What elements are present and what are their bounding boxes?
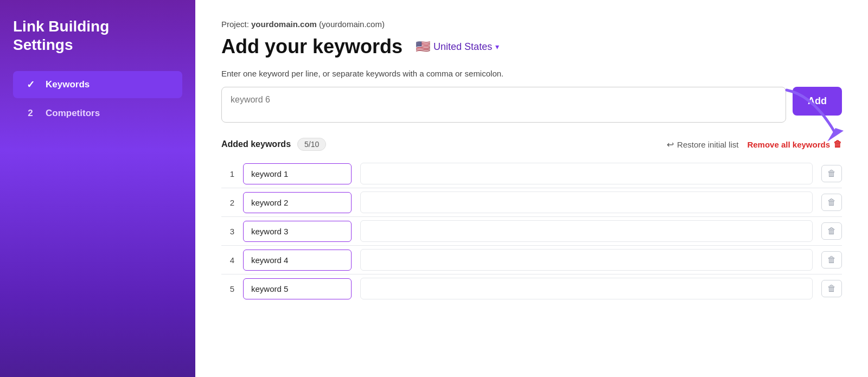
chevron-down-icon: ▾ [495,42,499,51]
restore-initial-list-button[interactable]: ↩ Restore initial list [667,139,738,150]
keyword-input-field-4[interactable] [243,250,352,271]
main-content: Project: yourdomain.com (yourdomain.com)… [195,0,868,377]
delete-keyword-button-5[interactable]: 🗑 [821,280,842,297]
keyword-input-field-1[interactable] [243,163,352,184]
country-selector-button[interactable]: 🇺🇸 United States ▾ [411,37,503,56]
restore-label: Restore initial list [677,140,738,149]
row-number: 2 [221,198,234,207]
keyword-spacer [360,278,813,299]
instruction-text: Enter one keyword per line, or separate … [221,69,842,78]
keyword-input-field-2[interactable] [243,192,352,213]
country-flag: 🇺🇸 [416,40,430,54]
keyword-row: 4 🗑 [221,246,842,274]
competitors-number: 2 [24,108,37,119]
keyword-spacer [360,220,813,242]
project-suffix: (yourdomain.com) [317,20,385,29]
remove-all-keywords-button[interactable]: Remove all keywords 🗑 [747,139,842,149]
add-button[interactable]: Add [793,87,842,116]
project-prefix: Project: [221,20,251,29]
keyword-input-field-5[interactable] [243,278,352,299]
page-title: Add your keywords [221,35,403,58]
row-number: 3 [221,227,234,236]
delete-keyword-button-2[interactable]: 🗑 [821,194,842,211]
keyword-row: 1 🗑 [221,159,842,188]
keyword-row: 3 🗑 [221,217,842,246]
trash-icon: 🗑 [833,139,842,149]
sidebar-nav: ✓ Keywords 2 Competitors [13,71,182,126]
keyword-textarea[interactable] [221,87,786,123]
sidebar-title: Link BuildingSettings [13,17,182,54]
keyword-spacer [360,191,813,213]
page-header: Add your keywords 🇺🇸 United States ▾ [221,35,842,58]
added-keywords-header: Added keywords 5/10 ↩ Restore initial li… [221,138,842,151]
check-icon: ✓ [24,79,37,91]
sidebar-keywords-label: Keywords [46,79,90,90]
added-keywords-label: Added keywords [221,139,291,149]
keyword-row: 5 🗑 [221,274,842,303]
sidebar: Link BuildingSettings ✓ Keywords 2 Compe… [0,0,195,377]
keyword-input-field-3[interactable] [243,221,352,242]
restore-icon: ↩ [667,139,674,150]
project-name: yourdomain.com [251,20,317,29]
keyword-list: 1 🗑 2 🗑 3 🗑 4 🗑 5 🗑 [221,159,842,303]
delete-keyword-button-1[interactable]: 🗑 [821,165,842,182]
keyword-input-row: Add [221,87,842,123]
project-line: Project: yourdomain.com (yourdomain.com) [221,20,842,29]
row-number: 1 [221,169,234,178]
row-number: 4 [221,255,234,265]
sidebar-competitors-label: Competitors [46,108,100,119]
sidebar-item-keywords[interactable]: ✓ Keywords [13,71,182,98]
keyword-spacer [360,249,813,271]
delete-keyword-button-3[interactable]: 🗑 [821,222,842,240]
header-actions: ↩ Restore initial list Remove all keywor… [667,139,842,150]
row-number: 5 [221,284,234,293]
keyword-row: 2 🗑 [221,188,842,217]
keyword-spacer [360,163,813,184]
remove-all-label: Remove all keywords [747,140,830,149]
delete-keyword-button-4[interactable]: 🗑 [821,251,842,269]
keywords-count-badge: 5/10 [297,138,326,151]
country-label: United States [433,41,492,53]
sidebar-item-competitors[interactable]: 2 Competitors [13,100,182,126]
